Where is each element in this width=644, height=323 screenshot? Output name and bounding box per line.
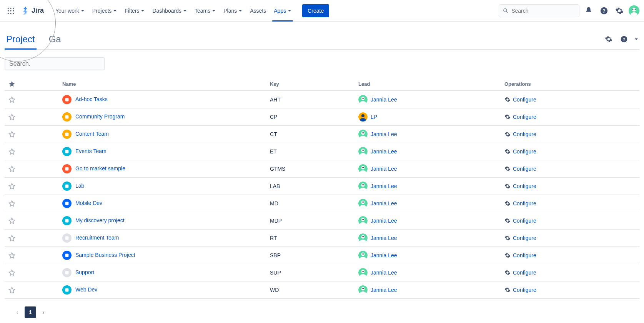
notifications-icon[interactable] [582, 5, 595, 17]
nav-item-filters[interactable]: Filters [121, 0, 148, 22]
table-row: Ad-hoc TasksAHTJannia LeeConfigure [5, 91, 639, 108]
col-key[interactable]: Key [266, 77, 354, 91]
star-toggle[interactable] [8, 235, 55, 241]
project-link[interactable]: Ad-hoc Tasks [75, 96, 108, 102]
svg-rect-54 [65, 202, 69, 205]
configure-link[interactable]: Configure [513, 252, 536, 258]
project-link[interactable]: Support [75, 269, 94, 275]
gear-icon [504, 287, 511, 293]
project-link[interactable]: Events Team [75, 148, 107, 154]
col-name[interactable]: Name [58, 77, 266, 91]
page-content: ProjectGa ? Name Key Lead Oper [0, 29, 644, 323]
project-key: WD [266, 281, 354, 299]
nav-item-assets[interactable]: Assets [246, 0, 270, 22]
tab-ga[interactable]: Ga [47, 29, 63, 49]
pagination-prev[interactable]: ‹ [12, 306, 23, 318]
project-link[interactable]: Mobile Dev [75, 200, 102, 206]
table-row: Go to market sampleGTMSJannia LeeConfigu… [5, 160, 639, 178]
configure-link[interactable]: Configure [513, 97, 536, 103]
help-icon[interactable]: ? [598, 5, 610, 17]
app-switcher-icon[interactable] [5, 5, 17, 17]
lead-link[interactable]: Jannia Lee [371, 183, 397, 189]
gear-icon [504, 200, 511, 206]
nav-item-dashboards[interactable]: Dashboards [148, 0, 191, 22]
project-link[interactable]: Recruitment Team [75, 235, 119, 241]
lead-link[interactable]: Jannia Lee [371, 148, 397, 155]
table-row: Recruitment TeamRTJannia LeeConfigure [5, 230, 639, 247]
configure-link[interactable]: Configure [513, 218, 536, 224]
star-icon [8, 80, 15, 87]
star-toggle[interactable] [8, 113, 55, 120]
col-lead[interactable]: Lead [354, 77, 501, 91]
configure-link[interactable]: Configure [513, 131, 536, 137]
svg-point-65 [363, 219, 364, 220]
page-help-dropdown-icon[interactable] [633, 33, 639, 45]
star-toggle[interactable] [8, 217, 55, 224]
project-link[interactable]: Lab [75, 183, 84, 189]
profile-avatar[interactable] [629, 5, 639, 16]
page-tabs: ProjectGa ? [5, 29, 639, 50]
global-search-input[interactable] [511, 8, 575, 14]
svg-rect-78 [65, 271, 69, 275]
filter-search-input[interactable] [5, 57, 105, 70]
configure-link[interactable]: Configure [513, 270, 536, 276]
global-search[interactable] [499, 4, 579, 17]
tab-project[interactable]: Project [5, 29, 37, 49]
nav-item-label: Dashboards [152, 8, 181, 14]
jira-logo[interactable]: Jira [18, 7, 47, 15]
col-star[interactable] [5, 77, 58, 91]
project-link[interactable]: Community Program [75, 113, 125, 120]
star-toggle[interactable] [8, 269, 55, 276]
configure-link[interactable]: Configure [513, 148, 536, 155]
project-link[interactable]: Sample Business Project [75, 252, 135, 258]
create-button[interactable]: Create [302, 4, 329, 17]
page-settings-icon[interactable] [602, 33, 615, 45]
lead-link[interactable]: Jannia Lee [371, 200, 397, 206]
nav-item-plans[interactable]: Plans [220, 0, 246, 22]
configure-link[interactable]: Configure [513, 114, 536, 120]
svg-point-58 [362, 201, 363, 202]
pagination-next[interactable]: › [38, 306, 49, 318]
star-toggle[interactable] [8, 252, 55, 259]
project-link[interactable]: Content Team [75, 131, 109, 137]
lead-link[interactable]: Jannia Lee [371, 270, 397, 276]
project-link[interactable]: Web Dev [75, 286, 97, 293]
star-toggle[interactable] [8, 165, 55, 172]
nav-item-teams[interactable]: Teams [191, 0, 220, 22]
star-toggle[interactable] [8, 200, 55, 207]
svg-point-47 [363, 167, 364, 168]
settings-icon[interactable] [613, 5, 626, 17]
configure-link[interactable]: Configure [513, 235, 536, 241]
lead-link[interactable]: Jannia Lee [371, 166, 397, 172]
lead-link[interactable]: Jannia Lee [371, 287, 397, 293]
lead-link[interactable]: Jannia Lee [371, 218, 397, 224]
col-operations[interactable]: Operations [501, 77, 639, 91]
star-toggle[interactable] [8, 96, 55, 103]
lead-link[interactable]: Jannia Lee [371, 97, 397, 103]
star-toggle[interactable] [8, 148, 55, 155]
nav-item-your-work[interactable]: Your work [52, 0, 88, 22]
svg-point-76 [362, 253, 363, 254]
lead-link[interactable]: Jannia Lee [371, 235, 397, 241]
project-link[interactable]: My discovery project [75, 217, 125, 223]
nav-item-projects[interactable]: Projects [88, 0, 121, 22]
svg-point-71 [363, 236, 364, 237]
project-link[interactable]: Go to market sample [75, 165, 125, 171]
star-toggle[interactable] [8, 183, 55, 190]
svg-point-44 [361, 166, 365, 170]
configure-link[interactable]: Configure [513, 183, 536, 189]
pagination-page-1[interactable]: 1 [25, 306, 36, 318]
configure-link[interactable]: Configure [513, 200, 536, 206]
gear-icon [504, 235, 511, 241]
lead-link[interactable]: Jannia Lee [371, 131, 397, 137]
nav-item-apps[interactable]: Apps [270, 0, 295, 22]
configure-link[interactable]: Configure [513, 166, 536, 172]
star-toggle[interactable] [8, 131, 55, 138]
lead-avatar [358, 112, 368, 122]
nav-item-label: Teams [195, 8, 210, 14]
star-toggle[interactable] [8, 286, 55, 293]
page-help-icon[interactable]: ? [618, 33, 630, 45]
lead-link[interactable]: Jannia Lee [371, 252, 397, 258]
configure-link[interactable]: Configure [513, 287, 536, 293]
lead-link[interactable]: LP [371, 114, 377, 120]
